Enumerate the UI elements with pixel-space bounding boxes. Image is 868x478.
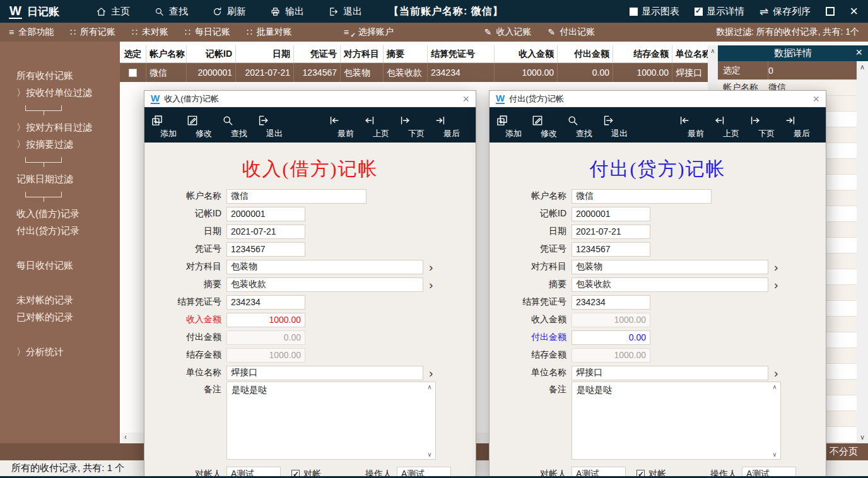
dialog-button-add[interactable]: 添加: [496, 113, 531, 139]
sidebar-item[interactable]: 每日收付记账: [0, 257, 120, 274]
field-input[interactable]: 1234567: [572, 242, 650, 257]
field-input[interactable]: 包装收款: [226, 277, 423, 292]
table-row[interactable]: 微信20000012021-07-211234567包装物包装收款2342341…: [120, 63, 708, 82]
field-input[interactable]: 2021-07-21: [226, 224, 305, 239]
maximize-button[interactable]: [826, 7, 835, 16]
remark-textarea[interactable]: 是哒是哒∧∨: [572, 382, 781, 460]
field-input[interactable]: 1234567: [226, 242, 305, 257]
panel-close-icon[interactable]: ×: [855, 46, 862, 59]
field-input[interactable]: 包装物: [226, 260, 423, 274]
dialog-close-icon[interactable]: ×: [812, 95, 819, 103]
dialog-titlebar[interactable]: W收入(借方)记帐×: [144, 91, 476, 107]
remark-textarea[interactable]: 是哒是哒∧∨: [226, 382, 436, 460]
topbar-menu: 主页查找刷新输出退出: [96, 6, 362, 18]
table-column-header[interactable]: 记帐ID: [187, 45, 236, 62]
dialog-nav-last[interactable]: 最后: [434, 113, 469, 139]
toolbar-item[interactable]: ∷批量对账: [247, 26, 292, 38]
dialog-nav-first[interactable]: 最前: [328, 113, 363, 139]
dialog-nav-prev[interactable]: 上页: [363, 113, 399, 139]
dialog-nav-next[interactable]: 下页: [749, 113, 784, 139]
close-window-button[interactable]: ×: [850, 7, 858, 16]
toolbar-item[interactable]: ✎收入记账: [484, 26, 532, 38]
sidebar-item[interactable]: 〉按摘要过滤: [0, 136, 120, 153]
toolbar-item[interactable]: ≡全部功能: [9, 26, 54, 38]
field-input[interactable]: 焊接口: [226, 366, 423, 380]
lookup-chevron-icon[interactable]: ›: [429, 279, 433, 291]
table-column-header[interactable]: 日期: [236, 45, 294, 62]
sidebar-item[interactable]: 〉按收付单位过滤: [0, 84, 120, 101]
toggle-checked[interactable]: 显示详情: [695, 6, 744, 18]
field-input[interactable]: 1000.00: [226, 313, 305, 327]
toolbar-item[interactable]: ∷未对账: [132, 26, 168, 38]
field-input[interactable]: 234234: [226, 295, 305, 310]
dialog-close-icon[interactable]: ×: [462, 95, 469, 103]
dialog-titlebar[interactable]: W付出(贷方)记帐×: [490, 91, 826, 107]
toolbar-item[interactable]: ✎付出记账: [548, 26, 595, 38]
topbar-menu-refresh[interactable]: 刷新: [212, 6, 246, 18]
field-input[interactable]: 包装收款: [572, 277, 768, 292]
dialog-nav-last[interactable]: 最后: [784, 113, 819, 139]
field-input[interactable]: 2021-07-21: [572, 224, 650, 239]
dialog-button-exit[interactable]: 退出: [257, 113, 292, 139]
dialog-button-add[interactable]: 添加: [151, 113, 186, 139]
row-checkbox[interactable]: [129, 69, 137, 77]
lookup-chevron-icon[interactable]: ›: [774, 279, 778, 291]
toggle-unchecked[interactable]: 显示图表: [630, 6, 679, 18]
table-column-header[interactable]: 选定: [120, 45, 146, 62]
table-column-header[interactable]: 付出金额: [558, 45, 613, 62]
dialog-button-exit[interactable]: 退出: [602, 113, 637, 139]
field-input[interactable]: 焊接口: [572, 366, 768, 380]
topbar-menu-print[interactable]: 输出: [270, 6, 304, 18]
table-column-header[interactable]: 摘要: [384, 45, 428, 62]
lookup-chevron-icon[interactable]: ›: [774, 261, 778, 273]
field-input[interactable]: 微信: [572, 189, 712, 204]
table-column-header[interactable]: 对方科目: [341, 45, 384, 62]
details-row[interactable]: 选定0: [718, 61, 857, 80]
dialog-nav-label: 上页: [723, 129, 739, 138]
lookup-chevron-icon[interactable]: ›: [429, 367, 433, 379]
sidebar-item[interactable]: 收入(借方)记录: [0, 205, 120, 222]
dialog-nav-first[interactable]: 最前: [678, 113, 713, 139]
table-column-header[interactable]: 结算凭证号: [428, 45, 495, 62]
save-column-order-button[interactable]: ⇌ 保存列序: [760, 5, 811, 18]
toolbar-item[interactable]: ∷每日记账: [185, 26, 230, 38]
table-column-header[interactable]: 凭证号: [294, 45, 341, 62]
sidebar-gap: [0, 274, 120, 291]
field-input[interactable]: 2000001: [572, 207, 650, 221]
toolbar-item[interactable]: ∷所有记账: [70, 26, 115, 38]
toolbar-item[interactable]: ≡✓选择账户: [344, 26, 394, 38]
sidebar-item[interactable]: 所有收付记账: [0, 67, 120, 84]
textarea-scrollbar[interactable]: ∧∨: [425, 383, 434, 458]
dialog-nav-label: 上页: [373, 129, 389, 138]
table-column-header[interactable]: 收入金额: [495, 45, 558, 62]
panel-vertical-scrollbar[interactable]: ∧∨: [857, 61, 868, 443]
app-title: 日记账: [27, 4, 59, 19]
sidebar-item[interactable]: 〉分析统计: [0, 343, 120, 360]
table-column-header[interactable]: 单位名称: [672, 45, 708, 62]
topbar-menu-home[interactable]: 主页: [96, 6, 130, 18]
sidebar-item[interactable]: 〉按对方科目过滤: [0, 119, 120, 136]
topbar-menu-search[interactable]: 查找: [154, 6, 188, 18]
table-column-header[interactable]: 结存金额: [613, 45, 672, 62]
sidebar-item[interactable]: 未对帐的记录: [0, 291, 120, 308]
dialog-button-edit[interactable]: 修改: [531, 113, 566, 139]
sidebar-item[interactable]: 已对帐的记录: [0, 308, 120, 325]
table-column-header[interactable]: 帐户名称: [146, 45, 187, 62]
grid-icon: ∷: [132, 27, 138, 37]
dialog-button-search[interactable]: 查找: [566, 113, 602, 139]
dialog-nav-prev[interactable]: 上页: [713, 113, 749, 139]
dialog-button-edit[interactable]: 修改: [186, 113, 221, 139]
dialog-button-search[interactable]: 查找: [221, 113, 257, 139]
field-input[interactable]: 2000001: [226, 207, 305, 221]
field-input[interactable]: 234234: [572, 295, 650, 310]
field-input[interactable]: 0.00: [572, 330, 650, 345]
dialog-nav-next[interactable]: 下页: [399, 113, 434, 139]
lookup-chevron-icon[interactable]: ›: [774, 367, 778, 379]
topbar-menu-exit[interactable]: 退出: [328, 6, 362, 18]
textarea-scrollbar[interactable]: ∧∨: [770, 383, 779, 458]
field-input[interactable]: 微信: [226, 189, 367, 204]
field-input[interactable]: 包装物: [572, 260, 768, 274]
lookup-chevron-icon[interactable]: ›: [429, 261, 433, 273]
sidebar-item[interactable]: 付出(贷方)记录: [0, 222, 120, 239]
sidebar-item[interactable]: 记账日期过滤: [0, 170, 120, 187]
